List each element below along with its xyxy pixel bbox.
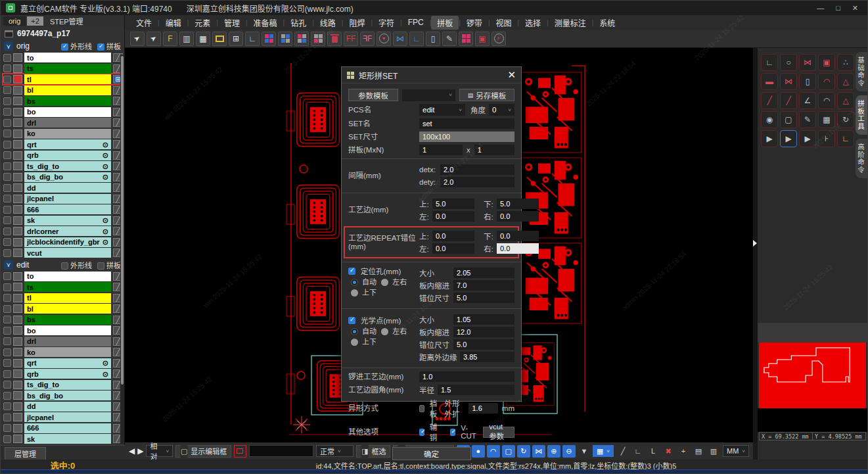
show-edit-box-button[interactable]: ▢ 显示编辑框 xyxy=(175,445,231,458)
layer-checkbox[interactable] xyxy=(3,435,11,443)
block-paste-icon[interactable] xyxy=(278,32,292,46)
optical-checkbox[interactable]: 光学点(mm) xyxy=(348,315,419,325)
menu-item-钻孔[interactable]: 钻孔 xyxy=(285,16,312,30)
layer-row-orig-bs_dig_bo[interactable]: bs_dig_bo⊙╱ xyxy=(3,172,123,182)
red-blocks-icon[interactable] xyxy=(459,32,473,46)
panel-list-icon[interactable]: ▤ xyxy=(692,445,705,458)
layer-name[interactable]: jlcpanel xyxy=(24,412,111,422)
menu-item-FPC[interactable]: FPC xyxy=(402,16,430,28)
layer-visibility-icon[interactable]: ⊙ xyxy=(103,217,108,224)
corner-ruler-icon[interactable]: ∟ xyxy=(245,32,260,46)
layer-color-chip[interactable] xyxy=(13,316,22,324)
layer-checkbox[interactable] xyxy=(3,76,11,83)
rotate-icon[interactable]: ○ xyxy=(780,54,797,71)
layer-row-orig-666[interactable]: 666╱ xyxy=(3,204,123,214)
pointer-alt-icon[interactable]: ▶ xyxy=(799,130,816,147)
layer-row-edit-bo[interactable]: bo╱ xyxy=(3,325,123,335)
angle-select[interactable]: 0˅ xyxy=(489,104,514,116)
layer-checkbox[interactable] xyxy=(3,316,11,323)
panel-m-input[interactable]: 1 xyxy=(419,145,463,155)
optical-indent-input[interactable]: 12.0 xyxy=(453,327,514,337)
layer-name[interactable]: bl xyxy=(24,304,111,314)
menu-item-锣带[interactable]: 锣带 xyxy=(461,16,488,30)
flip-x-icon[interactable]: ⋈ xyxy=(780,73,797,90)
vcut-params-button[interactable]: vcut参数 xyxy=(483,427,514,438)
grid-dropdown[interactable]: ▦˅ xyxy=(593,445,614,457)
layer-name[interactable]: drl xyxy=(24,337,111,346)
sidebar-tab-STEP管理[interactable]: STEP管理 xyxy=(45,15,89,27)
layer-checkbox[interactable] xyxy=(3,173,11,181)
pcs-select[interactable]: edit˅ xyxy=(419,104,465,116)
layer-visibility-icon[interactable]: ⊙ xyxy=(103,141,108,148)
layer-name[interactable]: ts xyxy=(24,282,111,292)
layer-color-chip[interactable] xyxy=(13,424,22,433)
layer-row-edit-666[interactable]: 666╱ xyxy=(3,423,123,433)
measure-corner-icon[interactable]: ∟ xyxy=(631,445,645,458)
tab-layer-manager[interactable]: 层管理 xyxy=(5,447,46,460)
layer-name[interactable]: qrb⊙ xyxy=(24,151,111,160)
repeat-left-input[interactable]: 0.0 xyxy=(432,243,474,254)
optical-size-input[interactable]: 1.05 xyxy=(453,314,514,325)
layer-checkbox[interactable] xyxy=(3,424,11,432)
layer-color-chip[interactable] xyxy=(13,391,22,400)
layer-row-orig-qrt[interactable]: qrt⊙╱ xyxy=(3,139,123,149)
baffle-checkbox[interactable]: 挡板 xyxy=(419,398,440,419)
layer-checkbox[interactable] xyxy=(3,130,11,137)
layer-checkbox[interactable] xyxy=(3,206,11,214)
vcut-checkbox[interactable]: V-CUT xyxy=(450,424,478,440)
layer-color-chip[interactable] xyxy=(13,435,22,443)
expand-icon[interactable]: ▢ xyxy=(780,111,797,128)
optical-offset-input[interactable]: 5.0 xyxy=(453,339,514,350)
triangle-icon[interactable]: △ xyxy=(837,92,854,109)
layer-color-chip[interactable] xyxy=(13,151,22,160)
sidebar-scrollbar[interactable] xyxy=(120,55,124,444)
layer-name[interactable]: ko xyxy=(24,347,111,357)
set-name-input[interactable]: set xyxy=(419,118,514,129)
panel-tab-高阶命令[interactable]: 高阶命令 xyxy=(856,139,867,178)
menu-item-阻焊[interactable]: 阻焊 xyxy=(343,16,371,30)
array-icon[interactable]: ∴ xyxy=(837,54,854,71)
locate-auto-radio[interactable]: 自动 xyxy=(348,278,377,286)
edit-outline-checkbox[interactable]: 外形线 xyxy=(61,260,92,270)
maximize-button[interactable]: □ xyxy=(836,4,840,12)
layer-checkbox[interactable] xyxy=(3,54,11,62)
menu-item-选择[interactable]: 选择 xyxy=(519,16,547,30)
layer-row-edit-sk[interactable]: sk╱ xyxy=(3,434,123,444)
mirror-f-icon[interactable]: ⋈ xyxy=(799,54,816,71)
layer-row-edit-bs[interactable]: bs╱ xyxy=(3,315,123,325)
layer-color-chip[interactable] xyxy=(13,283,22,291)
filter-funnel-icon[interactable]: ▼ xyxy=(578,445,590,458)
layer-name[interactable]: to xyxy=(24,272,111,281)
cam-view-icon[interactable]: ◉ xyxy=(761,111,778,128)
orig-outline-checkbox[interactable]: 外形线 xyxy=(61,41,92,51)
layer-name[interactable]: sk⊙ xyxy=(24,216,111,225)
layer-checkbox[interactable] xyxy=(3,370,11,378)
layer-checkbox[interactable] xyxy=(3,359,11,367)
ff-mirror-icon[interactable]: FF xyxy=(360,32,375,46)
edit-pen-icon[interactable]: ✎ xyxy=(799,111,816,128)
layer-row-edit-qrb[interactable]: qrb⊙╱ xyxy=(3,369,123,379)
menu-item-字符[interactable]: 字符 xyxy=(373,16,400,30)
layer-name[interactable]: vcut xyxy=(24,248,111,258)
layer-color-chip[interactable] xyxy=(13,326,22,335)
double-diag-icon[interactable]: ╱ xyxy=(780,92,797,109)
bowtie-icon[interactable]: ⋈ xyxy=(393,32,407,46)
edge-right-input[interactable]: 0.0 xyxy=(497,211,539,222)
layer-color-chip[interactable] xyxy=(13,294,22,302)
command-input[interactable] xyxy=(249,445,313,457)
info-panel-icon[interactable]: ▯ xyxy=(426,32,440,46)
layer-row-orig-ts_dig_to[interactable]: ts_dig_to⊙╱ xyxy=(3,161,123,171)
layer-row-orig-jlcpanel[interactable]: jlcpanel╱ xyxy=(3,194,123,204)
blocks-icon[interactable] xyxy=(262,32,276,46)
layer-color-chip[interactable] xyxy=(13,140,22,149)
layer-checkbox[interactable] xyxy=(3,414,11,421)
layer-checkbox[interactable] xyxy=(3,119,11,127)
layer-name[interactable]: jlcpanel xyxy=(24,194,111,204)
layer-row-edit-qrt[interactable]: qrt⊙╱ xyxy=(3,358,123,368)
panel-tab-拼板工具[interactable]: 拼板工具 xyxy=(856,95,867,135)
photo-edit-icon[interactable]: ✎ xyxy=(442,32,457,46)
layer-name[interactable]: tl xyxy=(24,293,111,303)
panel-dual-icon[interactable]: ▥ xyxy=(707,445,720,458)
layer-checkbox[interactable] xyxy=(3,151,11,159)
layer-row-edit-ts[interactable]: ts╱ xyxy=(3,282,123,292)
